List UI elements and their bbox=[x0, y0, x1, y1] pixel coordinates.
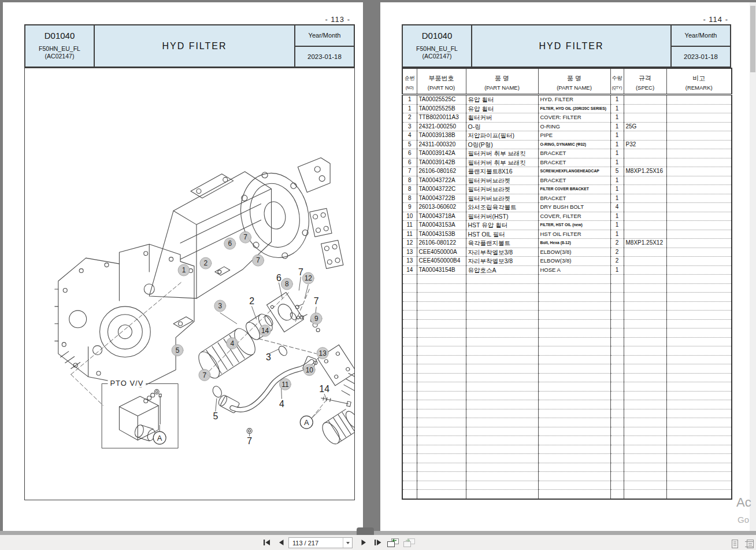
header-date-cell: Year/Month 2023-01-18 bbox=[294, 25, 354, 67]
callout-layer: 1267781293414571013116772345714AA bbox=[153, 231, 329, 445]
figure-title: HYD FILTER bbox=[95, 25, 294, 67]
previous-page-icon bbox=[277, 538, 286, 547]
page-layout-icon bbox=[730, 540, 740, 548]
svg-text:A: A bbox=[157, 434, 162, 442]
svg-text:8: 8 bbox=[285, 280, 289, 288]
page-layout-scroll-button[interactable] bbox=[744, 540, 755, 550]
previous-view-button[interactable] bbox=[386, 537, 400, 548]
callout-balloon-10: 10 bbox=[303, 364, 315, 376]
table-row bbox=[402, 346, 732, 356]
svg-text:1: 1 bbox=[182, 266, 186, 274]
table-row: 524311-000320O링(P형)O-RING, DYNAMIC (Φ32)… bbox=[402, 140, 732, 149]
table-row bbox=[402, 481, 732, 490]
page-number-input[interactable] bbox=[289, 540, 343, 547]
callout-balloon-7: 7 bbox=[253, 254, 264, 266]
figure-code: D01040 bbox=[403, 31, 471, 40]
svg-text:10: 10 bbox=[306, 366, 314, 374]
table-row: 13CEE4050000A자리부착엘보3/8ELBOW(3/8)2 bbox=[402, 248, 732, 257]
callout-balloon-6: 6 bbox=[224, 238, 236, 249]
svg-text:2: 2 bbox=[249, 296, 254, 306]
table-row: 324321-000250O-링O-RING125G bbox=[402, 122, 732, 131]
callout-balloon-9: 9 bbox=[310, 313, 322, 324]
pto-valve-art bbox=[102, 379, 179, 448]
svg-text:7: 7 bbox=[247, 436, 252, 446]
callout-number-4: 4 bbox=[279, 399, 284, 409]
bell-housing-art bbox=[232, 158, 343, 270]
vertical-scrollbar[interactable] bbox=[750, 2, 756, 531]
svg-text:2: 2 bbox=[204, 259, 208, 267]
parts-table: 순번(NO)부품번호(PART NO)품 명(PART NAME)품 명(PAR… bbox=[402, 68, 732, 500]
callout-balloon-11: 11 bbox=[279, 378, 291, 390]
hose-art bbox=[232, 345, 354, 409]
header-model-cell: D01040 F50HN_EU_FL (AC02147) bbox=[403, 25, 472, 67]
table-row: 4TA00039138B저압파이프(필터)PIPE1 bbox=[402, 131, 732, 141]
first-page-button[interactable] bbox=[261, 537, 273, 548]
model-subcode: (AC02147) bbox=[25, 53, 94, 60]
svg-text:7: 7 bbox=[256, 256, 260, 264]
table-row bbox=[402, 328, 732, 338]
table-row bbox=[402, 311, 732, 320]
scrollbar-thumb[interactable] bbox=[750, 6, 755, 72]
figure-title: HYD FILTER bbox=[472, 25, 670, 67]
callout-balloon-8: 8 bbox=[281, 278, 292, 290]
table-row bbox=[402, 436, 732, 445]
svg-text:A: A bbox=[304, 418, 309, 427]
callout-balloon-4: 4 bbox=[227, 338, 238, 349]
column-header: 순번(NO) bbox=[402, 68, 417, 95]
callout-balloon-5: 5 bbox=[172, 345, 183, 356]
svg-text:5: 5 bbox=[176, 346, 180, 355]
pdf-viewer: - 113 - D01040 F50HN_EU_FL (AC02147) HYD… bbox=[0, 0, 756, 550]
table-row bbox=[402, 355, 732, 364]
first-page-icon bbox=[262, 538, 272, 547]
table-row: 10TA00043718A필터커버(HST)COVER, FILTER1 bbox=[402, 212, 732, 221]
model-code: F50HN_EU_FL bbox=[403, 45, 471, 53]
toolbar-handle[interactable] bbox=[357, 527, 374, 535]
table-row bbox=[402, 373, 732, 382]
detail-marker-a: A bbox=[300, 416, 313, 429]
table-row: 1TA00025525C유압 휠터HYD. FILTER1 bbox=[402, 95, 732, 105]
next-view-button[interactable] bbox=[402, 537, 416, 548]
activation-watermark-line1: Ac bbox=[736, 495, 751, 510]
toolbar-separator-band bbox=[0, 531, 756, 535]
page-number: - 114 - bbox=[703, 15, 728, 24]
svg-text:7: 7 bbox=[243, 233, 247, 241]
column-header: 비고(REMARK) bbox=[666, 68, 732, 95]
previous-view-icon bbox=[387, 538, 399, 548]
svg-text:14: 14 bbox=[261, 327, 269, 335]
table-row bbox=[402, 454, 732, 463]
page-number-combobox[interactable] bbox=[288, 537, 353, 548]
catalog-page-114: - 114 - D01040 F50HN_EU_FL (AC02147) HYD… bbox=[380, 2, 750, 531]
pto-valve-label: PTO V/V bbox=[110, 379, 143, 387]
model-subcode: (AC02147) bbox=[403, 53, 471, 60]
svg-text:4: 4 bbox=[279, 399, 284, 409]
svg-text:14: 14 bbox=[319, 384, 329, 394]
next-page-button[interactable] bbox=[358, 537, 369, 548]
column-header: 품 명(PART NAME) bbox=[466, 68, 538, 95]
last-page-icon bbox=[373, 538, 382, 547]
svg-text:5: 5 bbox=[213, 411, 218, 421]
parts-table-header: 순번(NO)부품번호(PART NO)품 명(PART NAME)품 명(PAR… bbox=[402, 68, 732, 95]
header-model-cell: D01040 F50HN_EU_FL (AC02147) bbox=[25, 25, 95, 67]
table-row: 1226106-080122육각플랜지볼트Bolt, Hexa (8-12)2M… bbox=[402, 239, 732, 248]
callout-balloon-14: 14 bbox=[260, 325, 271, 337]
exploded-diagram: PTO V/V 1267781293414571013116772345714A… bbox=[24, 68, 355, 500]
clutch-housing-art bbox=[55, 244, 194, 387]
callout-balloon-12: 12 bbox=[302, 272, 314, 284]
callout-balloon-7: 7 bbox=[199, 369, 210, 381]
svg-text:13: 13 bbox=[319, 349, 327, 357]
table-row: 11TA00043153BHST OIL 필터HST OIL FILTER1 bbox=[402, 230, 732, 239]
column-header: 품 명(PART NAME) bbox=[538, 68, 610, 95]
last-page-button[interactable] bbox=[372, 537, 383, 548]
svg-text:9: 9 bbox=[314, 315, 318, 323]
previous-page-button[interactable] bbox=[276, 537, 287, 548]
catalog-page-113: - 113 - D01040 F50HN_EU_FL (AC02147) HYD… bbox=[3, 2, 363, 531]
table-row: 8TA00043722B필터커버브라켓BRACKET1 bbox=[402, 194, 732, 203]
svg-text:7: 7 bbox=[314, 296, 319, 306]
page-layout-scroll-icon bbox=[744, 540, 755, 548]
table-row: 926013-060602와셔조립육각볼트DRY BUSH BOLT4 bbox=[402, 203, 732, 212]
page-layout-button[interactable] bbox=[730, 540, 740, 550]
table-row bbox=[402, 445, 732, 454]
table-row bbox=[402, 275, 732, 284]
callout-balloon-1: 1 bbox=[178, 264, 190, 276]
page-number-dropdown[interactable] bbox=[343, 538, 352, 548]
